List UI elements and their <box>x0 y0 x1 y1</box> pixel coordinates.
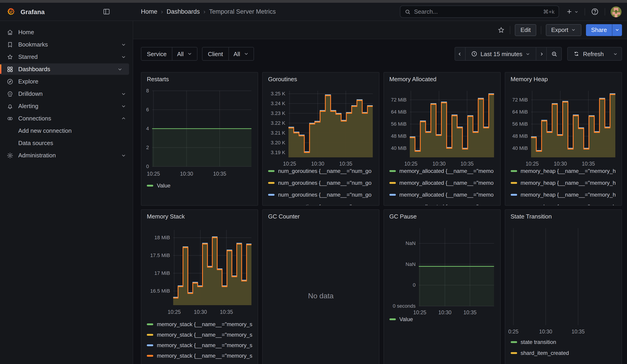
avatar[interactable] <box>611 6 622 17</box>
sidebar-item-home[interactable]: Home <box>0 26 133 38</box>
refresh-group: Refresh <box>568 47 622 61</box>
variable-client-value-dropdown[interactable]: All <box>229 48 253 60</box>
legend-item[interactable]: num_goroutines {__name__="num_go <box>268 192 376 198</box>
search-box[interactable]: ⌘+k <box>400 5 559 18</box>
legend-item[interactable]: memory_allocated {__name__="memo <box>389 168 498 174</box>
chevron-up-icon <box>121 116 126 121</box>
panel-row-2: Memory Stack16.5 MiB17 MiB17.5 MiB18 MiB… <box>141 209 622 364</box>
refresh-label: Refresh <box>583 51 604 57</box>
time-controls: Last 15 minutes <box>454 47 622 61</box>
legend-item[interactable]: shard_item_created <box>511 350 619 356</box>
sidebar-item-label: Connections <box>18 115 51 122</box>
sidebar-item-dashboards[interactable]: Dashboards <box>0 63 129 75</box>
sidebar-item-starred[interactable]: Starred <box>0 51 133 62</box>
time-zoom-out-button[interactable] <box>547 47 562 61</box>
legend-label: memory_heap {__name__="memory_h <box>521 204 616 206</box>
add-new-button[interactable] <box>563 8 582 15</box>
legend-item[interactable]: Value <box>389 316 498 322</box>
legend-swatch <box>147 185 153 187</box>
sidebar-item-data-sources[interactable]: Data sources <box>0 137 133 149</box>
legend-item[interactable]: num_goroutines {__name__="num_go <box>268 180 376 186</box>
window-top-strip <box>0 0 627 3</box>
time-range-picker-button[interactable]: Last 15 minutes <box>465 47 536 61</box>
panel-title[interactable]: State Transition <box>511 213 552 220</box>
time-shift-back-button[interactable] <box>454 47 465 61</box>
legend-swatch <box>147 334 153 336</box>
svg-text:10:30: 10:30 <box>539 329 552 335</box>
clock-icon <box>471 51 477 57</box>
legend-swatch <box>147 355 153 357</box>
refresh-button[interactable]: Refresh <box>568 47 610 61</box>
svg-text:NaN: NaN <box>405 240 416 246</box>
breadcrumb-dashboards[interactable]: Dashboards <box>167 8 200 15</box>
legend-item[interactable]: memory_stack {__name__="memory_s <box>147 342 255 349</box>
refresh-interval-dropdown[interactable] <box>609 47 622 61</box>
panel-gc-counter: GC CounterNo data <box>262 209 380 364</box>
sidebar-item-label: Data sources <box>18 140 53 146</box>
chevron-down-icon <box>121 91 126 97</box>
sidebar-item-label: Add new connection <box>18 127 72 134</box>
legend-item[interactable]: memory_heap {__name__="memory_h <box>511 168 619 174</box>
legend-item[interactable]: memory_stack {__name__="memory_s <box>147 321 255 327</box>
svg-text:10:35: 10:35 <box>571 329 585 335</box>
panel-title[interactable]: GC Pause <box>389 213 417 220</box>
breadcrumb-separator: › <box>161 8 163 15</box>
sidebar-item-drilldown[interactable]: Drilldown <box>0 88 133 100</box>
legend-label: num_goroutines {__name__="num_go <box>278 168 372 174</box>
panel-title[interactable]: Memory Stack <box>147 213 185 220</box>
variable-client: ClientAll <box>202 47 254 61</box>
svg-text:10:35: 10:35 <box>220 309 233 315</box>
legend-item[interactable]: state transition <box>511 339 619 345</box>
legend-item[interactable]: memory_heap {__name__="memory_h <box>511 192 619 198</box>
legend-item[interactable]: memory_stack {__name__="memory_s <box>147 353 255 359</box>
panel-title[interactable]: Restarts <box>147 76 169 83</box>
chevron-down-icon <box>121 103 126 109</box>
legend-label: shard_item_created <box>521 350 569 356</box>
grafana-logo-icon[interactable] <box>6 7 16 16</box>
time-range-group: Last 15 minutes <box>454 47 562 61</box>
share-button[interactable]: Share <box>586 24 612 36</box>
legend-item[interactable]: memory_allocated {__name__="memo <box>389 180 498 186</box>
sidebar-item-alerting[interactable]: Alerting <box>0 100 133 112</box>
sidebar-item-connections[interactable]: Connections <box>0 113 133 124</box>
legend-label: memory_allocated {__name__="memo <box>399 168 494 174</box>
sidebar-item-explore[interactable]: Explore <box>0 76 133 87</box>
time-shift-forward-button[interactable] <box>536 47 547 61</box>
sidebar-toggle-icon[interactable] <box>103 8 110 15</box>
chart[interactable]: 0 seconds0NaNNaN10:2510:3010:35 <box>384 210 501 364</box>
search-input[interactable] <box>414 8 540 15</box>
chart[interactable]: 16.5 MiB17 MiB17.5 MiB18 MiB10:2510:3010… <box>141 210 258 364</box>
legend-item[interactable]: memory_allocated {__name__="memo <box>389 192 498 198</box>
legend-item[interactable]: memory_heap {__name__="memory_h <box>511 204 619 206</box>
edit-button[interactable]: Edit <box>515 24 536 36</box>
toolbar-divider <box>541 26 541 34</box>
panel-title[interactable]: Goroutines <box>268 76 297 83</box>
legend-item[interactable]: num_goroutines {__name__="num_go <box>268 204 376 206</box>
export-button[interactable]: Export <box>546 24 581 36</box>
no-data-text: No data <box>263 292 379 300</box>
sidebar-item-administration[interactable]: Administration <box>0 150 133 161</box>
share-dropdown-button[interactable] <box>612 24 622 36</box>
breadcrumb-home[interactable]: Home <box>141 8 157 15</box>
star-dashboard-icon[interactable] <box>497 26 506 34</box>
legend-item[interactable]: num_goroutines {__name__="num_go <box>268 168 376 174</box>
legend-item[interactable]: Value <box>147 182 255 189</box>
svg-text:17 MiB: 17 MiB <box>154 270 170 276</box>
legend-item[interactable]: memory_heap {__name__="memory_h <box>511 180 619 186</box>
panel-title[interactable]: Memory Allocated <box>389 76 437 83</box>
sidebar-item-add-new-connection[interactable]: Add new connection <box>0 125 133 136</box>
help-icon[interactable] <box>588 8 602 15</box>
legend-label: memory_allocated {__name__="memo <box>399 204 494 206</box>
sidebar-item-bookmarks[interactable]: Bookmarks <box>0 39 133 50</box>
panel-title[interactable]: GC Counter <box>268 213 300 220</box>
sidebar-item-label: Home <box>18 29 34 36</box>
variable-service-value-dropdown[interactable]: All <box>173 48 197 60</box>
svg-text:40 MiB: 40 MiB <box>391 145 406 151</box>
panel-row-1: Restarts0246810:2510:3010:35ValueGorouti… <box>141 72 622 206</box>
svg-text:8: 8 <box>146 88 149 94</box>
svg-text:10:30: 10:30 <box>432 161 446 167</box>
legend-item[interactable]: memory_stack {__name__="memory_s <box>147 332 255 338</box>
legend-swatch <box>147 344 153 346</box>
legend-item[interactable]: memory_allocated {__name__="memo <box>389 204 498 206</box>
panel-title[interactable]: Memory Heap <box>511 76 548 83</box>
